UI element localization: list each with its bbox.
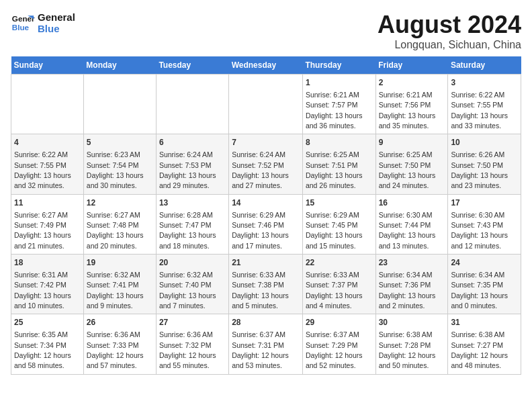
day-info: Sunrise: 6:25 AM Sunset: 7:50 PM Dayligh… <box>379 150 436 189</box>
week-row-2: 4Sunrise: 6:22 AM Sunset: 7:55 PM Daylig… <box>11 134 521 194</box>
title-area: August 2024 Longquan, Sichuan, China <box>378 11 521 51</box>
day-cell: 10Sunrise: 6:26 AM Sunset: 7:50 PM Dayli… <box>448 134 521 194</box>
day-cell: 29Sunrise: 6:37 AM Sunset: 7:29 PM Dayli… <box>302 314 375 374</box>
day-number: 24 <box>451 257 518 269</box>
main-title: August 2024 <box>378 11 521 39</box>
day-number: 22 <box>306 257 373 269</box>
day-info: Sunrise: 6:31 AM Sunset: 7:42 PM Dayligh… <box>14 271 71 310</box>
day-info: Sunrise: 6:36 AM Sunset: 7:32 PM Dayligh… <box>159 330 216 369</box>
day-info: Sunrise: 6:32 AM Sunset: 7:40 PM Dayligh… <box>159 271 216 310</box>
day-cell: 8Sunrise: 6:25 AM Sunset: 7:51 PM Daylig… <box>302 134 375 194</box>
day-cell: 7Sunrise: 6:24 AM Sunset: 7:52 PM Daylig… <box>229 134 303 194</box>
day-cell: 9Sunrise: 6:25 AM Sunset: 7:50 PM Daylig… <box>375 134 448 194</box>
day-number: 8 <box>306 137 373 148</box>
day-info: Sunrise: 6:27 AM Sunset: 7:49 PM Dayligh… <box>14 211 71 250</box>
svg-text:Blue: Blue <box>12 23 30 32</box>
day-info: Sunrise: 6:27 AM Sunset: 7:48 PM Dayligh… <box>87 211 144 250</box>
day-number: 20 <box>159 257 226 269</box>
day-number: 1 <box>306 77 373 89</box>
day-number: 31 <box>451 317 518 328</box>
svg-text:General: General <box>12 14 35 23</box>
day-info: Sunrise: 6:38 AM Sunset: 7:27 PM Dayligh… <box>451 330 508 369</box>
day-number: 19 <box>87 257 153 269</box>
day-info: Sunrise: 6:24 AM Sunset: 7:52 PM Dayligh… <box>232 150 289 189</box>
day-cell: 20Sunrise: 6:32 AM Sunset: 7:40 PM Dayli… <box>156 255 228 314</box>
day-info: Sunrise: 6:35 AM Sunset: 7:34 PM Dayligh… <box>14 330 71 369</box>
day-number: 23 <box>379 257 445 269</box>
day-info: Sunrise: 6:33 AM Sunset: 7:38 PM Dayligh… <box>232 271 289 310</box>
day-info: Sunrise: 6:21 AM Sunset: 7:56 PM Dayligh… <box>379 91 436 130</box>
day-info: Sunrise: 6:22 AM Sunset: 7:55 PM Dayligh… <box>14 150 71 189</box>
day-number: 12 <box>87 197 153 209</box>
col-header-saturday: Saturday <box>448 56 521 75</box>
col-header-tuesday: Tuesday <box>156 56 228 75</box>
calendar-table: SundayMondayTuesdayWednesdayThursdayFrid… <box>11 56 521 375</box>
day-info: Sunrise: 6:32 AM Sunset: 7:41 PM Dayligh… <box>87 271 144 310</box>
day-number: 17 <box>451 197 518 209</box>
day-cell: 6Sunrise: 6:24 AM Sunset: 7:53 PM Daylig… <box>156 134 228 194</box>
day-cell: 30Sunrise: 6:38 AM Sunset: 7:28 PM Dayli… <box>375 314 448 374</box>
day-cell: 19Sunrise: 6:32 AM Sunset: 7:41 PM Dayli… <box>83 255 156 314</box>
logo-line1: General <box>38 11 75 23</box>
day-number: 29 <box>306 317 373 328</box>
day-info: Sunrise: 6:21 AM Sunset: 7:57 PM Dayligh… <box>306 91 363 130</box>
day-number: 10 <box>451 137 518 148</box>
day-cell <box>11 75 84 134</box>
day-cell: 11Sunrise: 6:27 AM Sunset: 7:49 PM Dayli… <box>11 194 84 254</box>
day-cell: 15Sunrise: 6:29 AM Sunset: 7:45 PM Dayli… <box>302 194 375 254</box>
day-info: Sunrise: 6:34 AM Sunset: 7:36 PM Dayligh… <box>379 271 436 310</box>
day-cell: 26Sunrise: 6:36 AM Sunset: 7:33 PM Dayli… <box>83 314 156 374</box>
day-cell: 5Sunrise: 6:23 AM Sunset: 7:54 PM Daylig… <box>83 134 156 194</box>
day-cell: 25Sunrise: 6:35 AM Sunset: 7:34 PM Dayli… <box>11 314 84 374</box>
day-info: Sunrise: 6:29 AM Sunset: 7:46 PM Dayligh… <box>232 211 289 250</box>
day-number: 13 <box>159 197 226 209</box>
day-cell: 21Sunrise: 6:33 AM Sunset: 7:38 PM Dayli… <box>229 255 303 314</box>
day-info: Sunrise: 6:25 AM Sunset: 7:51 PM Dayligh… <box>306 150 363 189</box>
day-info: Sunrise: 6:37 AM Sunset: 7:31 PM Dayligh… <box>232 330 289 369</box>
day-number: 16 <box>379 197 445 209</box>
week-row-1: 1Sunrise: 6:21 AM Sunset: 7:57 PM Daylig… <box>11 75 521 134</box>
day-info: Sunrise: 6:38 AM Sunset: 7:28 PM Dayligh… <box>379 330 436 369</box>
day-number: 2 <box>379 77 445 89</box>
day-cell: 16Sunrise: 6:30 AM Sunset: 7:44 PM Dayli… <box>375 194 448 254</box>
day-number: 27 <box>159 317 226 328</box>
day-info: Sunrise: 6:23 AM Sunset: 7:54 PM Dayligh… <box>87 150 144 189</box>
day-info: Sunrise: 6:30 AM Sunset: 7:44 PM Dayligh… <box>379 211 436 250</box>
day-info: Sunrise: 6:33 AM Sunset: 7:37 PM Dayligh… <box>306 271 363 310</box>
logo-icon: General Blue <box>11 11 35 35</box>
day-cell: 22Sunrise: 6:33 AM Sunset: 7:37 PM Dayli… <box>302 255 375 314</box>
day-number: 7 <box>232 137 300 148</box>
day-number: 30 <box>379 317 445 328</box>
day-info: Sunrise: 6:34 AM Sunset: 7:35 PM Dayligh… <box>451 271 508 310</box>
week-row-3: 11Sunrise: 6:27 AM Sunset: 7:49 PM Dayli… <box>11 194 521 254</box>
header: General Blue General Blue August 2024 Lo… <box>11 11 521 51</box>
day-cell: 2Sunrise: 6:21 AM Sunset: 7:56 PM Daylig… <box>375 75 448 134</box>
day-cell: 14Sunrise: 6:29 AM Sunset: 7:46 PM Dayli… <box>229 194 303 254</box>
day-info: Sunrise: 6:24 AM Sunset: 7:53 PM Dayligh… <box>159 150 216 189</box>
day-cell: 17Sunrise: 6:30 AM Sunset: 7:43 PM Dayli… <box>448 194 521 254</box>
day-info: Sunrise: 6:30 AM Sunset: 7:43 PM Dayligh… <box>451 211 508 250</box>
day-info: Sunrise: 6:37 AM Sunset: 7:29 PM Dayligh… <box>306 330 363 369</box>
day-cell: 12Sunrise: 6:27 AM Sunset: 7:48 PM Dayli… <box>83 194 156 254</box>
day-number: 3 <box>451 77 518 89</box>
col-header-sunday: Sunday <box>11 56 84 75</box>
calendar-header-row: SundayMondayTuesdayWednesdayThursdayFrid… <box>11 56 521 75</box>
day-info: Sunrise: 6:29 AM Sunset: 7:45 PM Dayligh… <box>306 211 363 250</box>
day-info: Sunrise: 6:26 AM Sunset: 7:50 PM Dayligh… <box>451 150 508 189</box>
day-number: 4 <box>14 137 81 148</box>
day-number: 11 <box>14 197 81 209</box>
day-cell: 4Sunrise: 6:22 AM Sunset: 7:55 PM Daylig… <box>11 134 84 194</box>
day-cell: 13Sunrise: 6:28 AM Sunset: 7:47 PM Dayli… <box>156 194 228 254</box>
day-cell: 18Sunrise: 6:31 AM Sunset: 7:42 PM Dayli… <box>11 255 84 314</box>
day-cell: 24Sunrise: 6:34 AM Sunset: 7:35 PM Dayli… <box>448 255 521 314</box>
day-number: 28 <box>232 317 300 328</box>
day-cell: 28Sunrise: 6:37 AM Sunset: 7:31 PM Dayli… <box>229 314 303 374</box>
col-header-friday: Friday <box>375 56 448 75</box>
logo-line2: Blue <box>38 23 75 34</box>
day-number: 25 <box>14 317 81 328</box>
day-number: 26 <box>87 317 153 328</box>
day-number: 18 <box>14 257 81 269</box>
day-info: Sunrise: 6:22 AM Sunset: 7:55 PM Dayligh… <box>451 91 508 130</box>
day-cell <box>229 75 303 134</box>
day-number: 6 <box>159 137 226 148</box>
